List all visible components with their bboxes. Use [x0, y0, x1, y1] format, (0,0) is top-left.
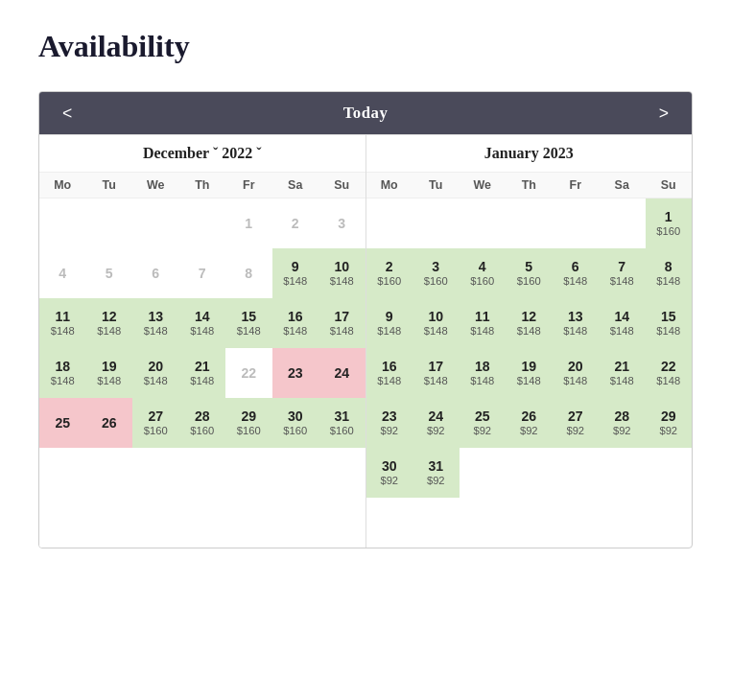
day-cell[interactable]: 25$92 [460, 398, 507, 448]
day-price: $148 [470, 325, 494, 338]
day-number: 31 [334, 408, 349, 425]
calendar-header: < Today > [39, 92, 692, 134]
day-number: 7 [199, 265, 206, 282]
day-cell[interactable]: 22$148 [646, 348, 693, 398]
day-cell[interactable]: 12$148 [86, 298, 133, 348]
day-cell[interactable]: 14$148 [599, 298, 646, 348]
day-cell[interactable]: 29$160 [225, 398, 272, 448]
day-cell[interactable]: 17$148 [413, 348, 460, 398]
day-price: $160 [517, 275, 541, 288]
day-cell[interactable]: 10$148 [318, 248, 366, 298]
day-cell[interactable]: 16$148 [272, 298, 319, 348]
day-cell[interactable]: 24 [318, 348, 366, 398]
day-cell[interactable]: 2 [272, 198, 319, 248]
day-price: $148 [283, 275, 307, 288]
day-price: $148 [656, 325, 680, 338]
day-cell[interactable]: 3$160 [413, 248, 460, 298]
day-number: 19 [521, 358, 536, 375]
day-cell[interactable]: 10$148 [413, 298, 460, 348]
day-price: $148 [377, 375, 401, 387]
day-cell[interactable]: 28$92 [599, 398, 646, 448]
day-cell[interactable]: 27$160 [132, 398, 179, 448]
december-month-label[interactable]: December [143, 145, 209, 161]
day-number: 9 [386, 308, 393, 325]
day-cell[interactable]: 20$148 [553, 348, 600, 398]
day-cell[interactable]: 18$148 [39, 348, 86, 398]
day-cell[interactable]: 6$148 [553, 248, 600, 298]
day-cell[interactable]: 19$148 [86, 348, 133, 398]
day-cell[interactable]: 15$148 [225, 298, 272, 348]
day-cell[interactable]: 13$148 [553, 298, 600, 348]
day-number: 12 [521, 308, 536, 325]
day-number: 2 [386, 258, 393, 275]
day-price: $160 [144, 425, 168, 437]
day-price: $160 [283, 425, 307, 437]
day-cell[interactable]: 9$148 [366, 298, 413, 348]
day-cell[interactable]: 21$148 [599, 348, 646, 398]
day-cell[interactable]: 3 [318, 198, 366, 248]
day-cell[interactable]: 23$92 [366, 398, 413, 448]
day-cell[interactable]: 30$160 [272, 398, 319, 448]
day-cell [460, 448, 507, 498]
page-title: Availability [38, 29, 693, 64]
day-cell[interactable]: 7 [179, 248, 226, 298]
prev-button[interactable]: < [53, 100, 82, 128]
day-price: $148 [563, 375, 587, 387]
day-cell[interactable]: 4$160 [460, 248, 507, 298]
day-cell[interactable]: 8 [225, 248, 272, 298]
day-price: $160 [330, 425, 354, 437]
day-cell[interactable]: 4 [39, 248, 86, 298]
day-cell[interactable]: 20$148 [132, 348, 179, 398]
day-cell[interactable]: 11$148 [39, 298, 86, 348]
day-cell[interactable]: 26 [86, 398, 133, 448]
day-cell[interactable]: 7$148 [599, 248, 646, 298]
day-price: $92 [380, 425, 398, 437]
day-cell[interactable]: 27$92 [553, 398, 600, 448]
day-cell[interactable]: 14$148 [179, 298, 226, 348]
day-cell[interactable]: 28$160 [179, 398, 226, 448]
day-cell[interactable]: 9$148 [272, 248, 319, 298]
day-number: 18 [475, 358, 490, 375]
day-cell[interactable]: 1 [225, 198, 272, 248]
day-cell[interactable]: 24$92 [413, 398, 460, 448]
day-cell[interactable]: 23 [272, 348, 319, 398]
day-cell[interactable]: 21$148 [179, 348, 226, 398]
day-cell[interactable]: 6 [132, 248, 179, 298]
day-cell[interactable]: 18$148 [460, 348, 507, 398]
next-button[interactable]: > [649, 100, 678, 128]
day-cell[interactable]: 15$148 [646, 298, 693, 348]
day-cell[interactable]: 8$148 [646, 248, 693, 298]
day-cell[interactable]: 30$92 [366, 448, 413, 498]
day-cell[interactable]: 2$160 [366, 248, 413, 298]
day-number: 7 [618, 258, 625, 275]
day-cell [318, 448, 366, 498]
day-cell[interactable]: 12$148 [506, 298, 553, 348]
calendar-body: December ˇ 2022 ˇ MoTuWeThFrSaSu 1234567… [39, 134, 692, 548]
day-price: $92 [427, 425, 445, 437]
day-cell[interactable]: 19$148 [506, 348, 553, 398]
day-number: 28 [195, 408, 210, 425]
day-cell[interactable]: 17$148 [318, 298, 366, 348]
day-number: 6 [572, 258, 579, 275]
day-cell[interactable]: 31$160 [318, 398, 366, 448]
day-number: 15 [241, 308, 256, 325]
day-cell [646, 448, 693, 498]
day-number: 12 [102, 308, 117, 325]
day-cell[interactable]: 16$148 [366, 348, 413, 398]
day-cell[interactable]: 1$160 [646, 198, 693, 248]
day-price: $148 [656, 375, 680, 387]
day-cell[interactable]: 13$148 [132, 298, 179, 348]
day-cell[interactable]: 25 [39, 398, 86, 448]
day-cell[interactable]: 31$92 [413, 448, 460, 498]
day-cell[interactable]: 5$160 [506, 248, 553, 298]
december-year-label[interactable]: 2022 [222, 145, 252, 161]
day-cell[interactable]: 5 [86, 248, 133, 298]
day-number: 4 [59, 265, 66, 282]
day-cell[interactable]: 11$148 [460, 298, 507, 348]
day-cell[interactable]: 29$92 [646, 398, 693, 448]
day-cell [225, 448, 272, 498]
day-header-sa: Sa [599, 173, 646, 198]
day-cell[interactable]: 22 [225, 348, 272, 398]
day-cell [39, 198, 86, 248]
day-cell[interactable]: 26$92 [506, 398, 553, 448]
